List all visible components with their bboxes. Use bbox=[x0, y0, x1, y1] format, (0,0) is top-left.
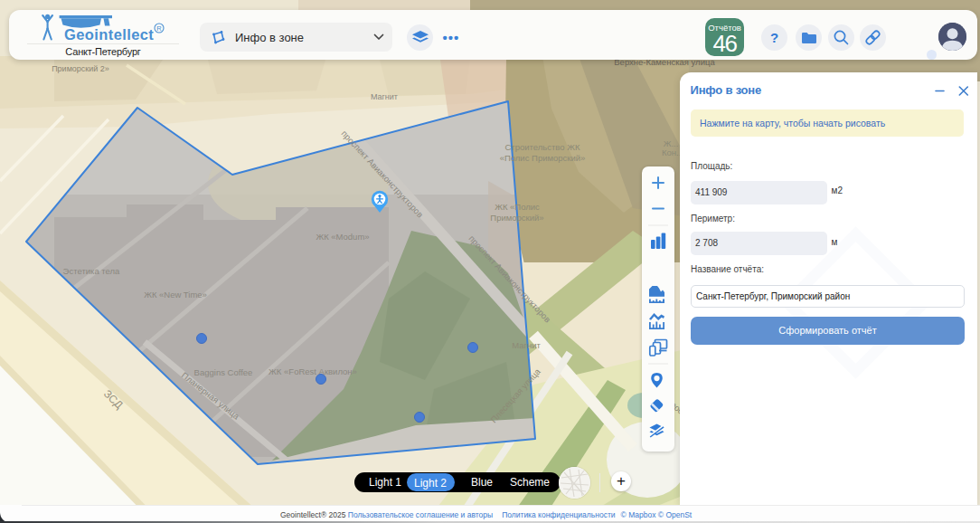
svg-text:R: R bbox=[156, 24, 162, 32]
svg-text:ЖК «Modum»: ЖК «Modum» bbox=[316, 232, 369, 242]
svg-text:Приморский»: Приморский» bbox=[490, 213, 543, 223]
svg-text:ЖК «New Time»: ЖК «New Time» bbox=[144, 290, 207, 300]
svg-text:Приморский 2»: Приморский 2» bbox=[52, 64, 109, 73]
svg-text:Строительство ЖК: Строительство ЖК bbox=[504, 142, 580, 152]
svg-text:ЖК «Полис: ЖК «Полис bbox=[495, 202, 540, 212]
svg-text:Baggins Coffee: Baggins Coffee bbox=[194, 367, 253, 377]
svg-text:ЖК «FoRest Аквилон»: ЖК «FoRest Аквилон» bbox=[269, 366, 357, 376]
svg-text:«Полис Приморский»: «Полис Приморский» bbox=[500, 153, 586, 163]
svg-text:Магнит: Магнит bbox=[371, 92, 398, 101]
svg-text:Эстетика тела: Эстетика тела bbox=[63, 266, 120, 276]
svg-text:Магнит: Магнит bbox=[512, 340, 541, 350]
